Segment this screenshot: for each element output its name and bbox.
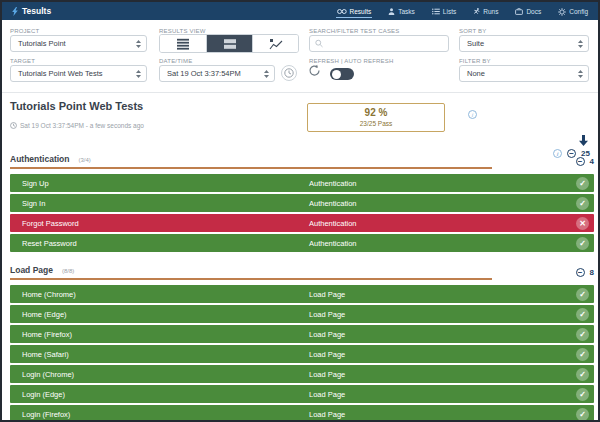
test-case-row[interactable]: Home (Chrome)Load Page✓ bbox=[10, 285, 594, 303]
toggle-knob bbox=[332, 70, 341, 79]
test-case-row[interactable]: Login (Firefox)Load Page✓ bbox=[10, 405, 594, 422]
pass-icon: ✓ bbox=[576, 328, 589, 341]
pass-icon: ✓ bbox=[576, 197, 589, 210]
datetime-select[interactable]: Sat 19 Oct 3:37:54PM bbox=[159, 65, 275, 82]
project-select[interactable]: Tutorials Point bbox=[10, 35, 147, 52]
test-case-suite: Load Page bbox=[309, 410, 345, 419]
pass-icon: ✓ bbox=[576, 348, 589, 361]
nav-label: Results bbox=[350, 8, 372, 15]
search-label: SEARCH/FILTER TEST CASES bbox=[309, 28, 400, 34]
test-case-row[interactable]: Forgot PasswordAuthentication✕ bbox=[10, 214, 594, 232]
pass-icon: ✓ bbox=[576, 308, 589, 321]
docs-icon bbox=[515, 8, 523, 15]
tesults-brand[interactable]: Tesults bbox=[11, 6, 51, 16]
suite-count: (8/8) bbox=[62, 268, 74, 274]
info-icon[interactable]: i bbox=[468, 110, 477, 119]
suite-section: Authentication(3/4)−4Sign UpAuthenticati… bbox=[10, 154, 594, 252]
test-case-rows: Sign UpAuthentication✓Sign InAuthenticat… bbox=[10, 174, 594, 252]
pass-icon: ✓ bbox=[576, 237, 589, 250]
test-case-row[interactable]: Home (Safari)Load Page✓ bbox=[10, 345, 594, 363]
test-case-name: Forgot Password bbox=[22, 219, 79, 228]
down-arrow-icon[interactable] bbox=[579, 135, 588, 146]
search-input[interactable] bbox=[327, 39, 443, 48]
suite-count: (3/4) bbox=[79, 157, 91, 163]
suite-name: Load Page bbox=[10, 265, 53, 275]
target-title: Tutorials Point Web Tests bbox=[10, 100, 143, 112]
brand-label: Tesults bbox=[22, 6, 51, 16]
test-case-name: Login (Firefox) bbox=[22, 410, 70, 419]
test-case-name: Sign In bbox=[22, 199, 45, 208]
test-case-name: Login (Edge) bbox=[22, 390, 65, 399]
test-case-suite: Load Page bbox=[309, 390, 345, 399]
chart-icon bbox=[269, 38, 283, 50]
test-case-row[interactable]: Login (Edge)Load Page✓ bbox=[10, 385, 594, 403]
suite-title: Authentication(3/4) bbox=[10, 154, 492, 169]
test-case-name: Home (Edge) bbox=[22, 310, 67, 319]
refresh-button[interactable] bbox=[308, 64, 321, 80]
nav-label: Lists bbox=[443, 8, 456, 15]
tesults-app-window: Tesults Results Tasks bbox=[0, 0, 600, 422]
suite-case-count: 4 bbox=[590, 157, 594, 166]
results-view-case-list-button[interactable] bbox=[206, 35, 252, 52]
gear-icon bbox=[558, 8, 566, 16]
suites: Authentication(3/4)−4Sign UpAuthenticati… bbox=[10, 154, 594, 422]
filter-by-label: FILTER BY bbox=[459, 58, 491, 64]
nav-item-tasks[interactable]: Tasks bbox=[387, 5, 416, 17]
suite-name: Authentication bbox=[10, 154, 70, 164]
select-updown-icon bbox=[578, 70, 583, 78]
test-case-name: Home (Safari) bbox=[22, 350, 69, 359]
suite-case-count: 8 bbox=[590, 268, 594, 277]
nav-item-config[interactable]: Config bbox=[557, 5, 589, 18]
case-list-icon bbox=[223, 38, 237, 50]
select-updown-icon bbox=[264, 70, 269, 78]
auto-refresh-toggle[interactable] bbox=[330, 68, 354, 80]
refresh-label: REFRESH | AUTO REFRESH bbox=[309, 58, 394, 64]
test-case-row[interactable]: Login (Chrome)Load Page✓ bbox=[10, 365, 594, 383]
nav-item-results[interactable]: Results bbox=[336, 5, 373, 18]
test-case-row[interactable]: Home (Firefox)Load Page✓ bbox=[10, 325, 594, 343]
list-icon bbox=[432, 8, 440, 15]
refresh-icon bbox=[308, 64, 321, 77]
pass-icon: ✓ bbox=[576, 408, 589, 421]
suite-title: Load Page(8/8) bbox=[10, 265, 492, 280]
nav-label: Runs bbox=[483, 8, 498, 15]
test-case-row[interactable]: Sign UpAuthentication✓ bbox=[10, 174, 594, 192]
top-nav-bar: Tesults Results Tasks bbox=[2, 2, 598, 20]
results-view-chart-button[interactable] bbox=[252, 35, 298, 52]
datetime-label: DATE/TIME bbox=[159, 58, 192, 64]
person-icon bbox=[388, 8, 395, 15]
tesults-logo-icon bbox=[11, 7, 19, 16]
pass-icon: ✓ bbox=[576, 177, 589, 190]
suite-collapse-control: −4 bbox=[576, 157, 594, 169]
filter-by-select[interactable]: None bbox=[459, 65, 589, 82]
select-updown-icon bbox=[578, 40, 583, 48]
nav-item-docs[interactable]: Docs bbox=[514, 5, 542, 17]
collapse-suite-button[interactable]: − bbox=[576, 268, 585, 277]
results-view-detail-list-button[interactable] bbox=[160, 35, 206, 52]
suite-header: Authentication(3/4)−4 bbox=[10, 154, 594, 169]
target-select[interactable]: Tutorials Point Web Tests bbox=[10, 65, 147, 82]
sort-by-label: SORT BY bbox=[459, 28, 487, 34]
datetime-history-button[interactable] bbox=[281, 65, 297, 81]
clock-icon bbox=[284, 68, 294, 78]
pass-icon: ✓ bbox=[576, 368, 589, 381]
test-case-row[interactable]: Sign InAuthentication✓ bbox=[10, 194, 594, 212]
nav-item-lists[interactable]: Lists bbox=[431, 5, 457, 17]
collapse-suite-button[interactable]: − bbox=[576, 157, 585, 166]
filter-by-value: None bbox=[467, 69, 485, 78]
test-case-row[interactable]: Reset PasswordAuthentication✓ bbox=[10, 234, 594, 252]
main-nav: Results Tasks Lists bbox=[336, 2, 589, 20]
test-case-name: Login (Chrome) bbox=[22, 370, 74, 379]
nav-label: Config bbox=[569, 8, 588, 15]
test-case-row[interactable]: Home (Edge)Load Page✓ bbox=[10, 305, 594, 323]
target-label: TARGET bbox=[10, 58, 35, 64]
nav-item-runs[interactable]: Runs bbox=[472, 5, 499, 17]
results-view-segmented-control bbox=[159, 34, 299, 53]
search-field bbox=[309, 35, 449, 52]
test-case-suite: Authentication bbox=[309, 179, 357, 188]
clock-icon bbox=[10, 122, 17, 129]
suite-header: Load Page(8/8)−8 bbox=[10, 265, 594, 280]
search-icon bbox=[315, 39, 323, 48]
test-case-suite: Authentication bbox=[309, 219, 357, 228]
sort-by-select[interactable]: Suite bbox=[459, 35, 589, 52]
